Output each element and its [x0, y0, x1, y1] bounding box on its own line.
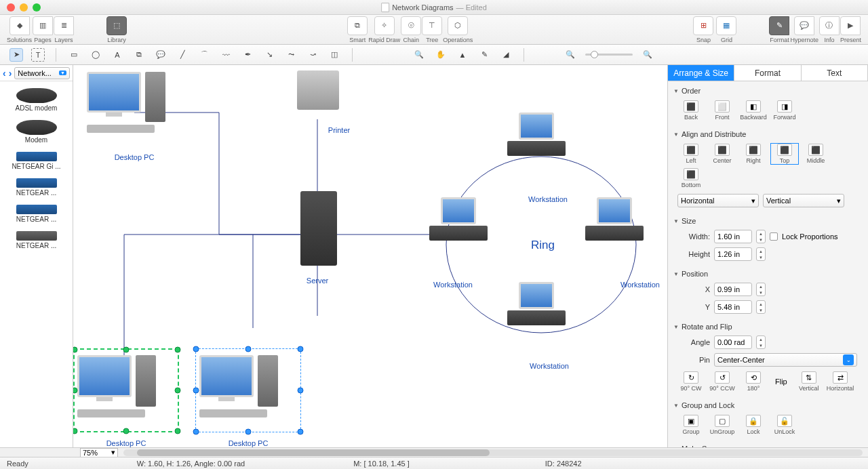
shape-workstation[interactable] — [429, 197, 488, 241]
lock-button[interactable]: 🔒Lock — [740, 415, 767, 435]
section-size[interactable]: Size — [673, 214, 863, 228]
library-forward[interactable]: › — [9, 68, 12, 79]
width-stepper[interactable]: ▲▼ — [756, 230, 766, 243]
group-button[interactable]: ▣Group — [677, 415, 705, 435]
lock-proportions-check[interactable] — [770, 232, 778, 241]
x-stepper[interactable]: ▲▼ — [756, 283, 766, 296]
shape-workstation[interactable] — [585, 197, 644, 241]
spline-tool[interactable]: 〰 — [219, 48, 233, 62]
library-item[interactable]: NETGEAR Gi ... — [0, 149, 73, 173]
tab-format[interactable]: Format — [734, 65, 801, 81]
format-panel-button[interactable]: ✎ — [769, 16, 789, 35]
zoom-tool[interactable]: 🔍 — [412, 48, 426, 62]
library-selector[interactable]: Network...▼ — [14, 67, 70, 79]
grid-button[interactable]: ▦ — [716, 16, 736, 35]
solutions-button[interactable]: ◆ — [9, 16, 30, 35]
smart-button[interactable]: ⧉ — [347, 16, 368, 35]
section-make-same[interactable]: Make Same — [673, 442, 863, 447]
present-button[interactable]: ▶ — [840, 16, 861, 35]
crop-tool[interactable]: ◫ — [328, 48, 341, 62]
tree-button[interactable]: ⊤ — [422, 16, 442, 35]
flip-vertical[interactable]: ⇅Vertical — [795, 371, 823, 392]
close-window[interactable] — [7, 3, 15, 12]
tab-arrange-size[interactable]: Arrange & Size — [668, 65, 734, 81]
shape-workstation[interactable] — [507, 282, 566, 325]
order-back[interactable]: ⬛Back — [677, 100, 705, 121]
shape-printer[interactable] — [297, 70, 339, 110]
distribute-vertical[interactable]: Vertical▾ — [763, 194, 844, 207]
ungroup-button[interactable]: ▢UnGroup — [709, 415, 736, 435]
text-shape-tool[interactable]: A — [111, 48, 124, 62]
x-input[interactable] — [714, 283, 752, 296]
ellipse-tool[interactable]: ◯ — [89, 48, 102, 62]
fullscreen-window[interactable] — [33, 3, 41, 12]
shape-server[interactable] — [300, 191, 337, 266]
operations-button[interactable]: ⬡ — [448, 16, 468, 35]
library-button[interactable]: ⬚ — [106, 16, 127, 35]
pen-tool[interactable]: ✒ — [241, 48, 254, 62]
rapid-draw-button[interactable]: ✧ — [374, 16, 395, 35]
flip-horizontal[interactable]: ⇄Horizontal — [827, 371, 854, 392]
section-order[interactable]: Order — [673, 84, 863, 98]
order-forward[interactable]: ◨Forward — [771, 100, 798, 121]
order-backward[interactable]: ◧Backward — [740, 100, 767, 121]
rotate-90cw[interactable]: ↻90° CW — [677, 371, 705, 392]
info-button[interactable]: ⓘ — [819, 16, 840, 35]
shape-workstation[interactable] — [507, 113, 566, 156]
snap-button[interactable]: ⊞ — [693, 16, 713, 35]
hypernote-button[interactable]: 💬 — [794, 16, 814, 35]
chain-button[interactable]: ⦾ — [401, 16, 421, 35]
rotate-90ccw[interactable]: ↺90° CCW — [709, 371, 736, 392]
tab-text[interactable]: Text — [802, 65, 868, 81]
align-top[interactable]: ⬛Top — [771, 144, 798, 164]
library-back[interactable]: ‹ — [3, 68, 6, 79]
rotate-180[interactable]: ⟲180° — [740, 371, 767, 392]
align-right[interactable]: ⬛Right — [740, 144, 767, 164]
shape-desktop-pc-selected[interactable] — [77, 355, 156, 417]
zoom-out[interactable]: 🔍 — [564, 48, 577, 62]
horizontal-scrollbar[interactable] — [123, 449, 863, 456]
zoom-select[interactable]: 75%▾ — [80, 448, 118, 457]
pin-select[interactable]: Center-Center⌄ — [714, 353, 857, 367]
section-align[interactable]: Align and Distribute — [673, 127, 863, 141]
section-rotate[interactable]: Rotate and Flip — [673, 320, 863, 333]
library-item[interactable]: NETGEAR ... — [0, 176, 73, 199]
y-stepper[interactable]: ▲▼ — [756, 300, 766, 314]
zoom-slider[interactable] — [585, 54, 633, 56]
unlock-button[interactable]: 🔓UnLock — [771, 415, 798, 435]
layers-button[interactable]: ≣ — [54, 16, 74, 35]
library-item[interactable]: NETGEAR ... — [0, 202, 73, 226]
align-left[interactable]: ⬛Left — [677, 144, 705, 164]
line-tool[interactable]: ╱ — [176, 48, 189, 62]
height-stepper[interactable]: ▲▼ — [756, 247, 766, 261]
library-item[interactable]: ADSL modem — [0, 85, 73, 115]
shape-desktop-pc-copy[interactable] — [199, 355, 278, 417]
shape-desktop-pc[interactable] — [87, 72, 165, 133]
round-connector-tool[interactable]: ⤻ — [306, 48, 319, 62]
text-tool[interactable]: T — [31, 48, 45, 62]
pages-button[interactable]: ▥ — [33, 16, 53, 35]
angle-input[interactable] — [714, 335, 752, 349]
smart-connector-tool[interactable]: ⤳ — [284, 48, 298, 62]
distribute-horizontal[interactable]: Horizontal▾ — [677, 194, 759, 207]
section-group[interactable]: Group and Lock — [673, 399, 863, 412]
select-tool[interactable]: ➤ — [9, 48, 23, 62]
angle-stepper[interactable]: ▲▼ — [756, 335, 766, 349]
section-position[interactable]: Position — [673, 267, 863, 281]
callout-tool[interactable]: 💬 — [154, 48, 167, 62]
library-item[interactable]: NETGEAR ... — [0, 228, 73, 252]
eyedropper-tool[interactable]: ✎ — [477, 48, 491, 62]
order-front[interactable]: ⬜Front — [709, 100, 736, 121]
y-input[interactable] — [714, 300, 752, 314]
rect-tool[interactable]: ▭ — [67, 48, 81, 62]
width-input[interactable] — [714, 230, 752, 243]
eraser-tool[interactable]: ◢ — [499, 48, 513, 62]
arc-tool[interactable]: ⌒ — [197, 48, 211, 62]
library-item[interactable]: Modem — [0, 117, 73, 146]
align-center[interactable]: ⬛Center — [709, 144, 736, 164]
zoom-in[interactable]: 🔍 — [641, 48, 654, 62]
connector-tool[interactable]: ↘ — [262, 48, 276, 62]
height-input[interactable] — [714, 247, 752, 261]
minimize-window[interactable] — [20, 3, 28, 12]
stamp-tool[interactable]: ▲ — [456, 48, 469, 62]
